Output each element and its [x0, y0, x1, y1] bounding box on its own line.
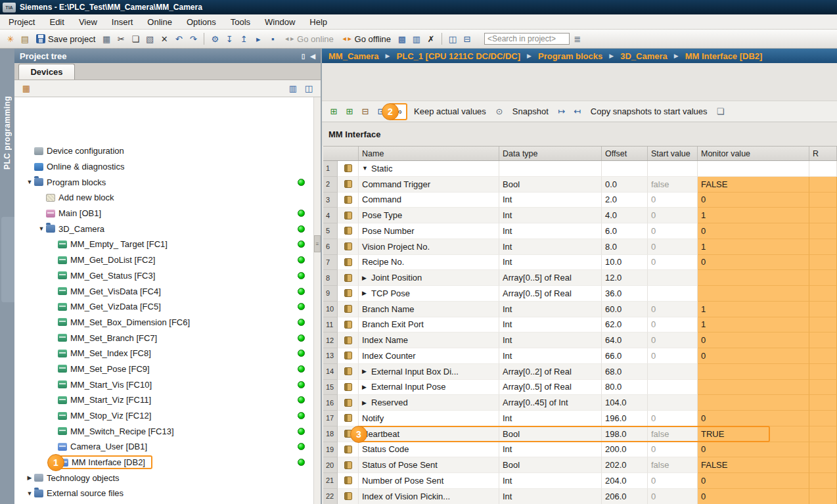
cell-name[interactable]: ▶Reserved — [359, 395, 499, 411]
cell-data-type[interactable]: Array[0..5] of Real — [499, 270, 602, 286]
download-to-device-icon[interactable]: ↧ — [223, 32, 236, 45]
cell-data-type[interactable]: Array[0..5] of Real — [499, 286, 602, 302]
print-icon[interactable]: ▦ — [100, 32, 113, 45]
breadcrumb-item[interactable]: 3D_Camera — [620, 51, 667, 61]
table-row[interactable]: 12Index NameInt64.000 — [323, 332, 837, 348]
column-header-offset[interactable]: Offset — [602, 147, 648, 160]
cell-data-type[interactable]: Bool — [499, 457, 602, 473]
expander-icon[interactable]: ▼ — [25, 179, 34, 185]
table-row[interactable]: 9▶TCP PoseArray[0..5] of Real36.0 — [323, 286, 837, 302]
cell-retain[interactable] — [809, 442, 837, 458]
cell-start-value[interactable]: 0 — [648, 442, 698, 458]
menu-view[interactable]: View — [72, 17, 104, 27]
expander-icon[interactable]: ▼ — [362, 165, 369, 172]
table-row[interactable]: 18HeartbeatBool198.0falseTRUE — [323, 426, 837, 442]
cell-name[interactable]: ▶External Input Pose — [359, 380, 499, 396]
expander-icon[interactable]: ▶ — [362, 275, 369, 281]
paste-icon[interactable]: ▧ — [143, 32, 156, 45]
table-row[interactable]: 22Index of Vision Pickin...Int206.000 — [323, 489, 837, 504]
insert-row-icon[interactable]: ⊞ — [327, 105, 340, 118]
breadcrumb-item[interactable]: Program blocks — [538, 51, 602, 61]
cell-name[interactable]: Number of Pose Sent — [359, 473, 499, 489]
cell-start-value[interactable]: 0 — [648, 193, 698, 208]
compile-icon[interactable]: ⚙ — [208, 32, 221, 45]
cell-retain[interactable] — [809, 255, 837, 271]
cell-name[interactable]: Index Name — [359, 332, 499, 348]
cell-name[interactable]: Pose Type — [359, 208, 499, 223]
cell-start-value[interactable]: 0 — [648, 411, 698, 426]
cell-data-type[interactable] — [499, 161, 602, 177]
column-header-monitor-value[interactable]: Monitor value — [698, 147, 809, 160]
cell-start-value[interactable]: 0 — [648, 473, 698, 489]
expander-icon[interactable]: ▶ — [362, 368, 369, 375]
snapshot-copy-icon[interactable]: ↦ — [555, 105, 568, 118]
breadcrumb-item[interactable]: MM_Camera — [328, 51, 379, 61]
cell-retain[interactable] — [809, 177, 837, 193]
tree-item[interactable]: MM_Start_Viz [FC11] — [14, 392, 321, 408]
cell-name[interactable]: Command — [359, 193, 499, 208]
remove-force-icon[interactable]: ✗ — [424, 32, 438, 45]
cell-retain[interactable] — [809, 193, 837, 208]
tree-item[interactable]: MM_Empty_ Target [FC1] — [14, 237, 321, 252]
copy-snapshots-button[interactable]: Copy snapshots to start values — [591, 106, 708, 116]
cell-data-type[interactable]: Int — [499, 489, 602, 504]
open-project-icon[interactable]: ▤ — [18, 32, 32, 45]
cell-start-value[interactable]: 0 — [648, 348, 698, 364]
cell-name[interactable]: Recipe No. — [359, 255, 499, 271]
cell-retain[interactable] — [809, 317, 837, 333]
table-row[interactable]: 17NotifyInt196.000 — [323, 411, 837, 426]
snapshot-load-icon[interactable]: ↤ — [571, 105, 584, 118]
plc-programming-rail-label[interactable]: PLC programming — [0, 60, 14, 205]
cell-retain[interactable] — [809, 286, 837, 302]
start-cpu-icon[interactable]: ▸ — [252, 32, 265, 45]
cell-data-type[interactable]: Int — [499, 411, 602, 426]
cell-start-value[interactable]: 0 — [648, 239, 698, 255]
menu-window[interactable]: Window — [258, 17, 302, 27]
cell-retain[interactable] — [809, 239, 837, 255]
collapse-panel-icon[interactable]: ◀ — [310, 53, 315, 60]
menu-edit[interactable]: Edit — [42, 17, 71, 27]
cell-start-value[interactable] — [648, 395, 698, 411]
cell-name[interactable]: ▼Static — [359, 161, 499, 177]
upload-from-device-icon[interactable]: ↥ — [237, 32, 250, 45]
tree-item[interactable]: ▼3D_Camera — [14, 221, 321, 237]
cell-name[interactable]: Index of Vision Pickin... — [359, 489, 499, 504]
tree-item[interactable]: MM_Switch_Recipe [FC13] — [14, 423, 321, 439]
cell-retain[interactable] — [809, 348, 837, 364]
cell-start-value[interactable]: 0 — [648, 223, 698, 239]
tree-item[interactable]: MM_Set_Index [FC8] — [14, 346, 321, 361]
table-row[interactable]: 21Number of Pose SentInt204.000 — [323, 473, 837, 489]
tree-item[interactable]: ▶Technology objects — [14, 470, 321, 486]
cell-start-value[interactable] — [648, 286, 698, 302]
stop-cpu-icon[interactable]: ▪ — [266, 32, 279, 45]
expander-icon[interactable]: ▶ — [362, 384, 369, 390]
column-header-start-value[interactable]: Start value — [648, 147, 698, 160]
cell-name[interactable]: Branch Exit Port — [359, 317, 499, 333]
accessible-devices-icon[interactable]: ▥ — [410, 32, 423, 45]
expander-icon[interactable]: ▼ — [37, 225, 46, 232]
copy-to-start-icon[interactable]: ❏ — [714, 105, 727, 118]
redo-icon[interactable]: ↷ — [187, 32, 200, 45]
cell-name[interactable]: ▶External Input Box Di... — [359, 364, 499, 380]
cell-start-value[interactable]: 0 — [648, 317, 698, 333]
cell-start-value[interactable]: false — [648, 426, 698, 442]
save-project-button[interactable]: Save project — [33, 32, 99, 46]
table-row[interactable]: 8▶Joint PositionArray[0..5] of Real12.0 — [323, 270, 837, 286]
cell-data-type[interactable]: Int — [499, 255, 602, 271]
cell-start-value[interactable]: 0 — [648, 489, 698, 504]
tree-item[interactable]: MM_Get_VizData [FC5] — [14, 299, 321, 315]
tree-item[interactable]: Add new block — [14, 190, 321, 206]
cell-data-type[interactable]: Bool — [499, 177, 602, 193]
tree-item[interactable]: MM_Set_Pose [FC9] — [14, 361, 321, 377]
table-row[interactable]: 10Branch NameInt60.001 — [323, 302, 837, 317]
table-row[interactable]: 16▶ReservedArray[0..45] of Int104.0 — [323, 395, 837, 411]
tree-item[interactable]: MM_Set_Branch [FC7] — [14, 330, 321, 346]
cell-data-type[interactable]: Int — [499, 239, 602, 255]
cell-start-value[interactable]: 0 — [648, 208, 698, 223]
go-online-button[interactable]: ◄►Go online — [281, 32, 336, 46]
table-row[interactable]: 5Pose NumberInt6.000 — [323, 223, 837, 239]
cell-data-type[interactable]: Int — [499, 223, 602, 239]
cell-retain[interactable] — [809, 364, 837, 380]
tree-item[interactable]: MM_Get_DoList [FC2] — [14, 252, 321, 268]
cell-name[interactable]: Notify — [359, 411, 499, 426]
